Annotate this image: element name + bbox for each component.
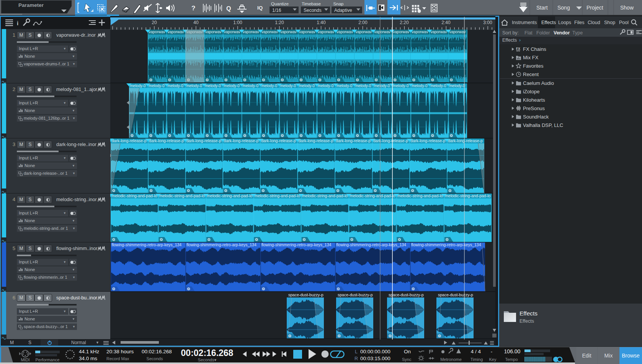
svg-text:Mix FX: Mix FX xyxy=(523,55,539,60)
svg-text:Kilohearts: Kilohearts xyxy=(523,97,545,103)
svg-text:Favorites: Favorites xyxy=(523,63,544,69)
svg-text:FX: FX xyxy=(516,47,520,50)
svg-text:PreSonus: PreSonus xyxy=(523,106,545,111)
svg-text:Valhalla DSP, LLC: Valhalla DSP, LLC xyxy=(523,122,563,128)
svg-text:Effects: Effects xyxy=(519,318,534,324)
svg-text:MIDI: MIDI xyxy=(21,358,29,362)
svg-text:Timing: Timing xyxy=(470,357,483,362)
svg-text:Seconds▾: Seconds▾ xyxy=(198,358,217,362)
svg-text:FX Chains: FX Chains xyxy=(523,46,546,52)
svg-text:Caelum Audio: Caelum Audio xyxy=(523,80,554,86)
svg-text:On: On xyxy=(404,349,411,354)
svg-text:R: R xyxy=(354,356,358,361)
svg-text:4 / 4: 4 / 4 xyxy=(471,349,481,354)
svg-text:00:02:16.268: 00:02:16.268 xyxy=(142,349,172,354)
svg-text:34.0 ms: 34.0 ms xyxy=(79,356,97,361)
svg-text:00:03:15.000: 00:03:15.000 xyxy=(360,356,390,361)
svg-text:Key: Key xyxy=(489,357,497,362)
svg-text:106.00: 106.00 xyxy=(504,348,521,354)
svg-text:Seconds: Seconds xyxy=(147,356,163,361)
svg-text:L: L xyxy=(355,349,358,354)
svg-text:-: - xyxy=(491,349,493,354)
svg-text:Effects: Effects xyxy=(519,310,537,317)
svg-text:Performance: Performance xyxy=(36,358,60,362)
svg-text:00:00:00.000: 00:00:00.000 xyxy=(360,349,390,354)
svg-text:Metronome: Metronome xyxy=(440,357,462,362)
svg-text:SoundHack: SoundHack xyxy=(523,114,549,120)
svg-text:00:02:16.268: 00:02:16.268 xyxy=(181,348,234,358)
svg-text:Record Max: Record Max xyxy=(106,356,129,361)
svg-text:Recent: Recent xyxy=(523,72,539,77)
svg-text:44.1 kHz: 44.1 kHz xyxy=(79,349,100,354)
svg-text:Sync: Sync xyxy=(402,357,412,362)
svg-text:20:38 hours: 20:38 hours xyxy=(106,349,134,354)
svg-text:iZotope: iZotope xyxy=(523,89,539,94)
svg-text:Tempo: Tempo xyxy=(505,357,518,362)
